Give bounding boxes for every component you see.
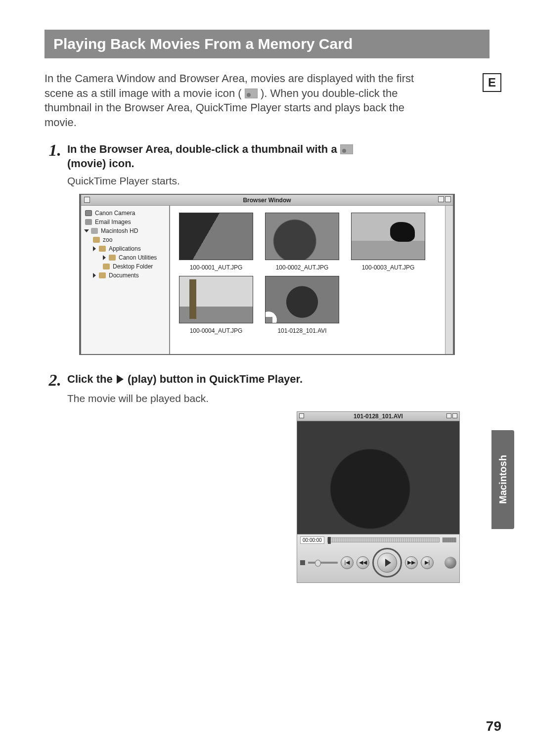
thumbnail-label: 100-0003_AUT.JPG bbox=[351, 264, 425, 271]
movie-badge-icon bbox=[265, 311, 277, 323]
thumbnail-image bbox=[351, 213, 425, 260]
quicktime-video-area bbox=[297, 421, 460, 534]
thumbnail-item[interactable]: 100-0003_AUT.JPG bbox=[351, 213, 425, 271]
tree-item-applications[interactable]: Applications bbox=[83, 244, 167, 253]
disclosure-triangle-icon[interactable] bbox=[93, 273, 96, 278]
qt-timecode: 00:00:00 bbox=[300, 536, 324, 544]
qt-progress-end bbox=[443, 537, 456, 542]
tree-item-email[interactable]: Email Images bbox=[83, 218, 167, 226]
thumbnail-image bbox=[179, 276, 253, 323]
disclosure-triangle-icon[interactable] bbox=[84, 229, 89, 232]
thumbnail-label: 100-0001_AUT.JPG bbox=[179, 264, 253, 271]
folder-icon bbox=[109, 255, 116, 261]
thumbnail-image bbox=[265, 276, 339, 323]
tree-item-hd[interactable]: Macintosh HD bbox=[83, 226, 167, 235]
tree-item-canon-utilities[interactable]: Canon Utilities bbox=[83, 253, 167, 262]
step-1: 1. In the Browser Area, double-click a t… bbox=[44, 142, 490, 171]
email-icon bbox=[85, 219, 92, 225]
qt-close-icon[interactable] bbox=[299, 413, 304, 418]
window-close-icon[interactable] bbox=[84, 197, 90, 203]
disclosure-triangle-icon[interactable] bbox=[93, 246, 96, 251]
page-number: 79 bbox=[486, 718, 501, 734]
tree-label: Macintosh HD bbox=[101, 227, 138, 234]
go-to-start-button[interactable]: |◀ bbox=[341, 556, 354, 569]
quicktime-player-screenshot: 101-0128_101.AVI 00:00:00 |◀ ◀◀ bbox=[297, 411, 460, 583]
step-2-title: Click the (play) button in QuickTime Pla… bbox=[67, 372, 303, 387]
go-to-end-button[interactable]: ▶| bbox=[421, 556, 434, 569]
play-button[interactable] bbox=[377, 553, 397, 573]
folder-icon bbox=[103, 264, 110, 269]
step-1-title-a: In the Browser Area, double-click a thum… bbox=[67, 143, 340, 155]
camera-icon bbox=[85, 210, 92, 216]
tree-label: Desktop Folder bbox=[113, 263, 153, 270]
step-1-title: In the Browser Area, double-click a thum… bbox=[67, 142, 353, 171]
section-badge: E bbox=[483, 73, 501, 92]
quicktime-controls: 00:00:00 |◀ ◀◀ ▶▶ ▶| bbox=[297, 534, 460, 583]
movie-icon bbox=[245, 89, 258, 98]
jog-knob[interactable] bbox=[445, 557, 456, 569]
tree-label: Applications bbox=[109, 245, 141, 252]
tree-label: Email Images bbox=[95, 219, 131, 225]
browser-thumbnails: 100-0001_AUT.JPG 100-0002_AUT.JPG 100-00… bbox=[170, 206, 445, 354]
thumbnail-item[interactable]: 100-0004_AUT.JPG bbox=[179, 276, 253, 334]
disclosure-triangle-icon[interactable] bbox=[103, 255, 106, 260]
quicktime-titlebar: 101-0128_101.AVI bbox=[297, 411, 460, 421]
qt-progress-bar[interactable] bbox=[327, 537, 440, 542]
tree-label: Canon Camera bbox=[95, 210, 135, 217]
thumbnail-label: 101-0128_101.AVI bbox=[265, 327, 339, 334]
thumbnail-item-movie[interactable]: 101-0128_101.AVI bbox=[265, 276, 339, 334]
tree-item-camera[interactable]: Canon Camera bbox=[83, 209, 167, 218]
folder-icon bbox=[99, 246, 106, 252]
step-2-number: 2. bbox=[44, 372, 61, 389]
browser-tree: Canon Camera Email Images Macintosh HD z… bbox=[81, 206, 170, 354]
tree-item-zoo[interactable]: zoo bbox=[83, 235, 167, 244]
thumbnail-image bbox=[265, 213, 339, 260]
step-2-title-b: (play) button in QuickTime Player. bbox=[128, 373, 303, 385]
window-controls[interactable] bbox=[438, 196, 451, 202]
thumbnail-item[interactable]: 100-0001_AUT.JPG bbox=[179, 213, 253, 271]
step-1-subtext: QuickTime Player starts. bbox=[67, 175, 490, 187]
volume-icon[interactable] bbox=[300, 560, 305, 565]
qt-title: 101-0128_101.AVI bbox=[354, 413, 403, 420]
tree-label: zoo bbox=[103, 236, 112, 243]
thumbnail-item[interactable]: 100-0002_AUT.JPG bbox=[265, 213, 339, 271]
thumbnail-image bbox=[179, 213, 253, 260]
thumbnail-label: 100-0002_AUT.JPG bbox=[265, 264, 339, 271]
play-icon bbox=[117, 375, 124, 384]
tree-item-documents[interactable]: Documents bbox=[83, 271, 167, 280]
browser-window-titlebar: Browser Window bbox=[81, 195, 453, 206]
browser-window-screenshot: Browser Window Canon Camera Email Images… bbox=[79, 194, 455, 355]
folder-icon bbox=[93, 237, 100, 243]
harddisk-icon bbox=[91, 228, 98, 234]
step-2: 2. Click the (play) button in QuickTime … bbox=[44, 372, 490, 389]
play-icon bbox=[385, 559, 391, 567]
side-tab-macintosh: Macintosh bbox=[491, 430, 514, 529]
folder-icon bbox=[99, 272, 106, 278]
vertical-scrollbar[interactable] bbox=[445, 206, 453, 354]
intro-paragraph: In the Camera Window and Browser Area, m… bbox=[44, 71, 425, 130]
step-1-number: 1. bbox=[44, 142, 61, 159]
play-button-highlight bbox=[372, 548, 402, 578]
movie-icon bbox=[340, 144, 353, 154]
tree-label: Documents bbox=[109, 272, 139, 279]
step-2-subtext: The movie will be played back. bbox=[67, 393, 490, 404]
step-2-title-a: Click the bbox=[67, 373, 116, 385]
volume-slider[interactable] bbox=[308, 562, 338, 564]
tree-label: Canon Utilities bbox=[119, 254, 157, 261]
step-1-title-b: (movie) icon. bbox=[67, 157, 134, 170]
page-title: Playing Back Movies From a Memory Card bbox=[44, 30, 490, 58]
rewind-button[interactable]: ◀◀ bbox=[356, 556, 369, 569]
tree-item-desktop[interactable]: Desktop Folder bbox=[83, 262, 167, 271]
fast-forward-button[interactable]: ▶▶ bbox=[405, 556, 418, 569]
browser-window-title: Browser Window bbox=[243, 197, 291, 204]
qt-window-controls[interactable] bbox=[446, 413, 457, 418]
thumbnail-label: 100-0004_AUT.JPG bbox=[179, 327, 253, 334]
